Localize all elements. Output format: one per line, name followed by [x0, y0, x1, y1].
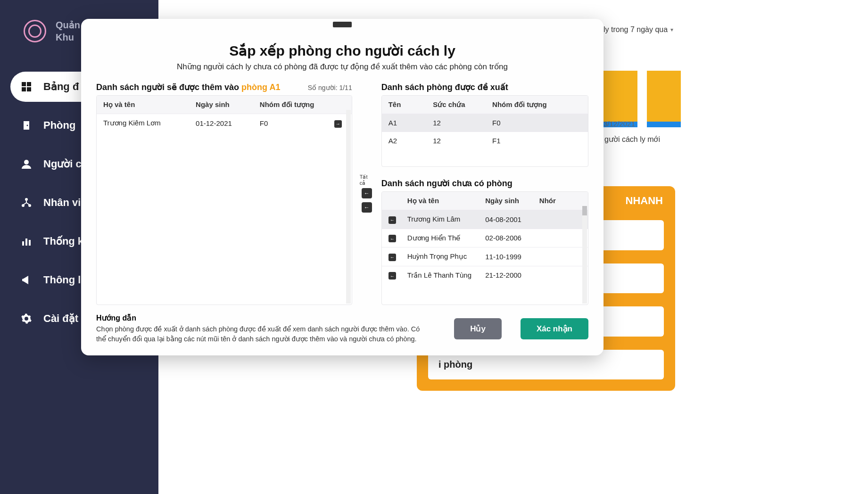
- door-icon: [20, 119, 33, 132]
- svg-rect-11: [25, 239, 27, 246]
- assigned-row[interactable]: Trương Kiêm Lơm 01-12-2021 F0 →: [97, 114, 352, 132]
- move-left-icon[interactable]: ←: [389, 216, 396, 224]
- unassigned-thead: Họ và tên Ngày sinh Nhór: [382, 192, 588, 210]
- virus-icon: [24, 20, 46, 42]
- bg-date-label: 3/12/2021: [603, 120, 635, 128]
- nav-label: Phòng: [43, 119, 75, 132]
- cell: 04-08-2001: [485, 215, 539, 223]
- svg-rect-1: [27, 82, 31, 86]
- scrollbar-track[interactable]: [582, 206, 587, 304]
- col-group: Nhóm đối tượng: [260, 100, 331, 109]
- move-right-icon[interactable]: →: [334, 120, 342, 128]
- move-left-icon[interactable]: ←: [389, 254, 396, 261]
- move-all-left-button[interactable]: ←: [362, 188, 372, 198]
- transfer-controls: Tất cả ← ←: [360, 82, 374, 305]
- time-filter-label: ly trong 7 ngày qua: [603, 25, 668, 34]
- all-label: Tất cả: [360, 174, 374, 186]
- unassigned-title: Danh sách người chưa có phòng: [381, 178, 588, 189]
- cell: Huỳnh Trọng Phục: [407, 252, 486, 261]
- col-dob: Ngày sinh: [485, 197, 539, 205]
- svg-point-7: [25, 198, 28, 201]
- assigned-panel: Danh sách người sẽ được thêm vào phòng A…: [96, 82, 352, 305]
- person-icon: [20, 157, 33, 171]
- cell-dob: 01-12-2021: [196, 119, 260, 127]
- svg-rect-10: [22, 241, 24, 246]
- bar: [647, 71, 681, 123]
- cell: Trần Lê Thanh Tùng: [407, 271, 486, 280]
- assigned-thead: Họ và tên Ngày sinh Nhóm đối tượng: [97, 96, 352, 114]
- bg-bar-chart: [603, 71, 681, 123]
- nav-label: Bảng đ: [43, 81, 79, 93]
- svg-point-5: [27, 125, 28, 126]
- scrollbar-track[interactable]: [346, 110, 351, 304]
- unassigned-table: Họ và tên Ngày sinh Nhór ← Trương Kim Lâ…: [381, 191, 588, 305]
- unassigned-row[interactable]: ← Dương Hiển Thế 02-08-2006: [382, 229, 588, 247]
- modal-body: Danh sách người sẽ được thêm vào phòng A…: [96, 82, 588, 305]
- svg-rect-0: [22, 82, 26, 86]
- move-left-button[interactable]: ←: [362, 202, 372, 213]
- scrollbar-thumb[interactable]: [582, 206, 587, 215]
- cell: 11-10-1999: [485, 253, 539, 261]
- unassigned-row[interactable]: ← Huỳnh Trọng Phục 11-10-1999: [382, 247, 588, 266]
- cell: A2: [389, 137, 433, 145]
- assigned-room-name: phòng A1: [241, 82, 280, 92]
- rooms-thead: Tên Sức chứa Nhóm đối tượng: [382, 96, 588, 114]
- grid-icon: [20, 80, 33, 93]
- guide: Hướng dẫn Chọn phòng được đề xuất ở danh…: [96, 313, 435, 344]
- cell-name: Trương Kiêm Lơm: [103, 119, 196, 127]
- unassigned-row[interactable]: ← Trần Lê Thanh Tùng 21-12-2000: [382, 266, 588, 285]
- modal-drag-handle[interactable]: [333, 22, 352, 27]
- move-left-icon[interactable]: ←: [389, 272, 396, 280]
- time-filter-dropdown[interactable]: ly trong 7 ngày qua: [603, 25, 673, 34]
- guide-title: Hướng dẫn: [96, 313, 435, 322]
- assigned-header: Danh sách người sẽ được thêm vào phòng A…: [96, 82, 352, 92]
- svg-rect-3: [27, 87, 31, 91]
- unassigned-panel: Danh sách người chưa có phòng Họ và tên …: [381, 178, 588, 305]
- nav-label: Nhân vi: [43, 197, 81, 209]
- rooms-title: Danh sách phòng được đề xuất: [381, 82, 588, 92]
- svg-rect-2: [22, 87, 26, 91]
- cell: 12: [433, 137, 492, 145]
- col-room-name: Tên: [389, 100, 433, 109]
- modal-footer: Hướng dẫn Chọn phòng được đề xuất ở danh…: [96, 313, 588, 344]
- cell: 21-12-2000: [485, 271, 539, 279]
- svg-point-6: [24, 160, 29, 165]
- cell-group: F0: [260, 119, 331, 127]
- right-panels: Danh sách phòng được đề xuất Tên Sức chứ…: [381, 82, 588, 305]
- col-dob: Ngày sinh: [196, 100, 260, 109]
- room-row[interactable]: A2 12 F1: [382, 132, 588, 149]
- cancel-button[interactable]: Hủy: [454, 318, 502, 339]
- assigned-count: Số người: 1/11: [308, 84, 352, 91]
- megaphone-icon: [20, 273, 33, 287]
- move-left-icon[interactable]: ←: [389, 235, 396, 242]
- org-icon: [20, 196, 33, 209]
- assigned-title: Danh sách người sẽ được thêm vào phòng A…: [96, 82, 280, 92]
- cell: F1: [492, 137, 581, 145]
- modal-subtitle: Những người cách ly chưa có phòng đã đượ…: [96, 62, 588, 72]
- cell: F0: [492, 119, 581, 127]
- confirm-button[interactable]: Xác nhận: [521, 318, 588, 339]
- room-row[interactable]: A1 12 F0: [382, 114, 588, 132]
- svg-rect-12: [29, 240, 31, 246]
- nav-label: Thông l: [43, 274, 81, 286]
- guide-text: Chọn phòng được đề xuất ở danh sách phòn…: [96, 324, 426, 344]
- col-name: Họ và tên: [103, 100, 196, 109]
- col-capacity: Sức chứa: [433, 100, 492, 109]
- cell: Dương Hiển Thế: [407, 234, 486, 242]
- col-group: Nhór: [539, 197, 581, 205]
- cell: A1: [389, 119, 433, 127]
- unassigned-row[interactable]: ← Trương Kim Lâm 04-08-2001: [382, 210, 588, 229]
- rooms-panel: Danh sách phòng được đề xuất Tên Sức chứ…: [381, 82, 588, 167]
- svg-rect-4: [24, 121, 29, 130]
- assigned-table: Họ và tên Ngày sinh Nhóm đối tượng Trươn…: [96, 95, 352, 305]
- cell: Trương Kim Lâm: [407, 215, 486, 223]
- col-name: Họ và tên: [407, 197, 486, 205]
- modal-title: Sắp xếp phòng cho người cách ly: [96, 42, 588, 59]
- cell: 02-08-2006: [485, 234, 539, 242]
- nav-label: Người c: [43, 158, 82, 170]
- bg-legend-label: gười cách ly mới: [604, 135, 660, 144]
- col-group: Nhóm đối tượng: [492, 100, 581, 109]
- cell: 12: [433, 119, 492, 127]
- rooms-table: Tên Sức chứa Nhóm đối tượng A1 12 F0 A2 …: [381, 95, 588, 167]
- nav-label: Cài đặt: [43, 313, 78, 325]
